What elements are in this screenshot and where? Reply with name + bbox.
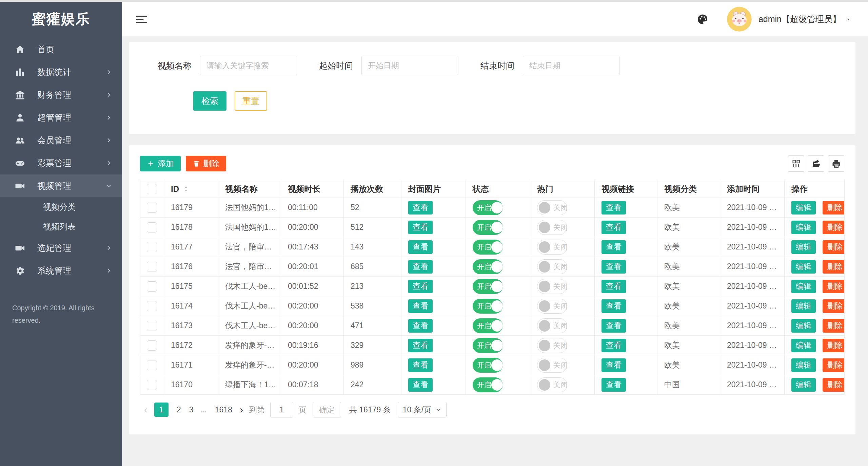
end-date-input[interactable]	[523, 56, 620, 75]
view-link-button[interactable]: 查看	[601, 319, 626, 333]
header-id[interactable]: ID	[164, 180, 218, 198]
print-button[interactable]	[828, 155, 844, 172]
avatar[interactable]	[727, 7, 752, 32]
row-checkbox[interactable]	[147, 360, 157, 370]
export-button[interactable]	[808, 155, 824, 172]
status-toggle[interactable]: 开启	[473, 299, 503, 314]
goto-confirm-button[interactable]: 确定	[313, 402, 341, 417]
view-cover-button[interactable]: 查看	[408, 378, 433, 392]
sidebar-item-finance[interactable]: 财务管理	[0, 83, 122, 106]
row-delete-button[interactable]: 删除	[823, 319, 844, 333]
hot-toggle[interactable]: 关闭	[537, 377, 567, 392]
hot-toggle[interactable]: 关闭	[537, 259, 567, 274]
edit-button[interactable]: 编辑	[791, 221, 816, 234]
edit-button[interactable]: 编辑	[791, 378, 816, 392]
status-toggle[interactable]: 开启	[473, 259, 503, 274]
view-cover-button[interactable]: 查看	[408, 201, 433, 215]
hot-toggle[interactable]: 关闭	[537, 200, 567, 215]
status-toggle[interactable]: 开启	[473, 338, 503, 353]
video-name-input[interactable]	[200, 56, 297, 75]
view-link-button[interactable]: 查看	[601, 339, 626, 352]
row-checkbox[interactable]	[147, 321, 157, 331]
view-cover-button[interactable]: 查看	[408, 299, 433, 313]
status-toggle[interactable]: 开启	[473, 240, 503, 255]
row-checkbox[interactable]	[147, 262, 157, 272]
row-checkbox[interactable]	[147, 340, 157, 351]
view-link-button[interactable]: 查看	[601, 378, 626, 392]
search-button[interactable]: 检索	[193, 91, 226, 111]
columns-filter-button[interactable]	[788, 155, 804, 172]
next-page-arrow[interactable]: ›	[240, 404, 243, 415]
row-delete-button[interactable]: 删除	[823, 378, 844, 392]
sidebar-item-video[interactable]: 视频管理	[0, 174, 122, 197]
status-toggle[interactable]: 开启	[473, 200, 503, 215]
sidebar-item-stats[interactable]: 数据统计	[0, 61, 122, 83]
row-checkbox[interactable]	[147, 301, 157, 311]
sidebar-subitem-video-list[interactable]: 视频列表	[0, 217, 122, 237]
caret-down-icon[interactable]	[845, 16, 852, 23]
edit-button[interactable]: 编辑	[791, 280, 816, 293]
view-link-button[interactable]: 查看	[601, 240, 626, 254]
row-delete-button[interactable]: 删除	[823, 221, 844, 234]
status-toggle[interactable]: 开启	[473, 220, 503, 235]
hot-toggle[interactable]: 关闭	[537, 279, 567, 294]
edit-button[interactable]: 编辑	[791, 260, 816, 274]
row-delete-button[interactable]: 删除	[823, 201, 844, 215]
menu-toggle-icon[interactable]	[136, 14, 147, 25]
reset-button[interactable]: 重置	[235, 91, 267, 111]
admin-dropdown[interactable]: admin【超级管理员】	[758, 14, 841, 25]
sidebar-item-home[interactable]: 首页	[0, 38, 122, 61]
view-cover-button[interactable]: 查看	[408, 260, 433, 274]
edit-button[interactable]: 编辑	[791, 240, 816, 254]
view-cover-button[interactable]: 查看	[408, 339, 433, 352]
edit-button[interactable]: 编辑	[791, 201, 816, 215]
status-toggle[interactable]: 开启	[473, 279, 503, 294]
edit-button[interactable]: 编辑	[791, 299, 816, 313]
row-delete-button[interactable]: 删除	[823, 260, 844, 274]
prev-page-arrow[interactable]: ‹	[144, 404, 147, 415]
hot-toggle[interactable]: 关闭	[537, 338, 567, 353]
page-last[interactable]: 1618	[215, 405, 232, 414]
theme-palette-icon[interactable]	[697, 14, 708, 25]
row-delete-button[interactable]: 删除	[823, 299, 844, 313]
sidebar-item-system[interactable]: 系统管理	[0, 259, 122, 282]
hot-toggle[interactable]: 关闭	[537, 240, 567, 255]
add-button[interactable]: 添加	[140, 156, 181, 171]
view-link-button[interactable]: 查看	[601, 221, 626, 234]
view-link-button[interactable]: 查看	[601, 280, 626, 293]
view-cover-button[interactable]: 查看	[408, 280, 433, 293]
hot-toggle[interactable]: 关闭	[537, 299, 567, 314]
row-delete-button[interactable]: 删除	[823, 339, 844, 352]
status-toggle[interactable]: 开启	[473, 377, 503, 392]
sidebar-item-members[interactable]: 会员管理	[0, 129, 122, 152]
status-toggle[interactable]: 开启	[473, 318, 503, 333]
view-cover-button[interactable]: 查看	[408, 221, 433, 234]
sidebar-item-superadmin[interactable]: 超管管理	[0, 106, 122, 129]
row-delete-button[interactable]: 删除	[823, 240, 844, 254]
sidebar-subitem-video-category[interactable]: 视频分类	[0, 197, 122, 217]
view-cover-button[interactable]: 查看	[408, 240, 433, 254]
row-checkbox[interactable]	[147, 281, 157, 292]
row-checkbox[interactable]	[147, 380, 157, 390]
row-delete-button[interactable]: 删除	[823, 280, 844, 293]
row-checkbox[interactable]	[147, 222, 157, 232]
hot-toggle[interactable]: 关闭	[537, 358, 567, 373]
delete-button[interactable]: 删除	[186, 156, 226, 171]
hot-toggle[interactable]: 关闭	[537, 318, 567, 333]
view-link-button[interactable]: 查看	[601, 260, 626, 274]
goto-page-input[interactable]	[270, 402, 293, 417]
page-1-current[interactable]: 1	[154, 403, 169, 417]
status-toggle[interactable]: 开启	[473, 358, 503, 373]
page-3[interactable]: 3	[189, 405, 194, 414]
row-delete-button[interactable]: 删除	[823, 358, 844, 372]
row-checkbox[interactable]	[147, 203, 157, 213]
select-all-checkbox[interactable]	[147, 184, 157, 194]
edit-button[interactable]: 编辑	[791, 339, 816, 352]
edit-button[interactable]: 编辑	[791, 319, 816, 333]
view-cover-button[interactable]: 查看	[408, 319, 433, 333]
sidebar-item-concubine[interactable]: 选妃管理	[0, 237, 122, 259]
page-2[interactable]: 2	[177, 405, 181, 414]
view-cover-button[interactable]: 查看	[408, 358, 433, 372]
view-link-button[interactable]: 查看	[601, 201, 626, 215]
edit-button[interactable]: 编辑	[791, 358, 816, 372]
